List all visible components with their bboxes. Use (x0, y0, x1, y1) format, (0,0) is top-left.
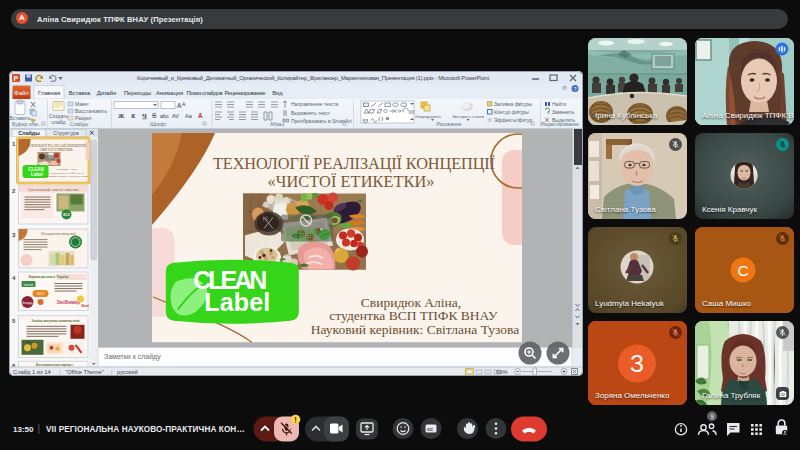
svg-text:A: A (198, 112, 203, 119)
svg-text:Заменить: Заменить (552, 109, 575, 115)
svg-text:Преобразовать в SmartArt: Преобразовать в SmartArt (291, 118, 352, 124)
svg-text:слайд: слайд (52, 119, 66, 125)
svg-text:Ж: Ж (118, 112, 125, 119)
svg-text:Дизайн: Дизайн (97, 90, 117, 96)
svg-text:ТЕХНОЛОГІЇ РЕАЛІЗАЦІЇ КОНЦЕПЦІ: ТЕХНОЛОГІЇ РЕАЛІЗАЦІЇ КОНЦЕПЦІЇ (213, 154, 495, 173)
svg-text:Эффекты фигур: Эффекты фигур (494, 117, 532, 123)
svg-text:AV: AV (172, 113, 179, 119)
svg-text:Рецензирование: Рецензирование (225, 90, 266, 96)
svg-text:Структура: Структура (53, 130, 79, 136)
svg-text:Походження концепції: Походження концепції (41, 232, 76, 236)
svg-text:ECO: ECO (63, 213, 70, 217)
svg-text:К: К (130, 112, 136, 119)
svg-text:69%: 69% (496, 369, 508, 375)
svg-text:З: З (630, 351, 644, 377)
svg-text:Файл: Файл (14, 90, 29, 96)
svg-text:Экспресс-стили: Экспресс-стили (452, 114, 485, 119)
svg-text:русский: русский (117, 369, 138, 375)
svg-text:abc: abc (160, 113, 169, 119)
svg-text:Рисование: Рисование (436, 121, 461, 127)
svg-text:Коричневый_и_Кремовый_Деликатн: Коричневый_и_Кремовый_Деликатный_Органич… (137, 75, 489, 81)
svg-text:Label: Label (204, 288, 270, 316)
svg-text:Абзац: Абзац (270, 121, 284, 127)
svg-text:Буфер обм...: Буфер обм... (12, 121, 42, 127)
svg-text:|: | (59, 369, 61, 375)
svg-text:LABEL: LABEL (286, 233, 318, 243)
svg-text:Науковий керівник: Світлана Ту: Науковий керівник: Світлана Тузова (311, 322, 519, 337)
svg-text:9: 9 (710, 413, 714, 420)
svg-text:"Office Theme": "Office Theme" (65, 369, 104, 375)
svg-text:Слайды: Слайды (18, 130, 40, 136)
svg-text:Раздел: Раздел (75, 115, 92, 121)
svg-text:МХП: МХП (37, 292, 45, 296)
svg-text:Заміна штучних компонентів: Заміна штучних компонентів (32, 319, 80, 323)
svg-text:Слайд 1 из 14: Слайд 1 из 14 (13, 369, 52, 375)
svg-text:Переходы: Переходы (124, 90, 151, 96)
svg-text:Заливка фигуры: Заливка фигуры (494, 101, 533, 107)
svg-text:нестле: нестле (24, 283, 34, 287)
svg-text:|: | (111, 369, 113, 375)
svg-text:Восстановить: Восстановить (75, 108, 107, 114)
svg-text:Слайды: Слайды (70, 121, 89, 127)
svg-text:Label: Label (31, 172, 43, 177)
svg-text:Суть концепції «чистої етикетк: Суть концепції «чистої етикетки» (28, 188, 80, 192)
svg-text:?: ? (573, 86, 576, 92)
svg-text:cc: cc (427, 426, 433, 432)
svg-text:Направление текста: Направление текста (291, 101, 339, 107)
svg-text:Ч: Ч (142, 112, 147, 119)
svg-text:Науковий керівник: Світлана Ту: Науковий керівник: Світлана Тузова (45, 175, 89, 178)
svg-text:Упорядочить: Упорядочить (415, 114, 442, 119)
svg-text:Выделить: Выделить (552, 117, 575, 123)
svg-text:Анимация: Анимация (156, 90, 183, 96)
svg-text:Выровнять текст: Выровнять текст (291, 110, 331, 116)
svg-text:P: P (14, 75, 19, 82)
svg-text:Вставка: Вставка (69, 90, 91, 96)
svg-text:Вставить: Вставить (9, 115, 31, 121)
svg-text:Богодар: Богодар (23, 301, 33, 305)
svg-text:Макет: Макет (75, 101, 90, 107)
svg-text:Контур фигуры: Контур фигуры (494, 109, 529, 115)
svg-text:Показ слайдов: Показ слайдов (187, 90, 223, 96)
svg-text:Найти: Найти (552, 101, 566, 107)
svg-text:ЭкоВимир: ЭкоВимир (57, 300, 81, 305)
svg-text:Млиб: Млиб (82, 304, 90, 308)
svg-text:Заметки к слайду: Заметки к слайду (104, 353, 161, 361)
svg-text:Впровадження в Україні: Впровадження в Україні (29, 275, 69, 279)
svg-text:Шрифт: Шрифт (150, 121, 167, 127)
svg-text:Главная: Главная (38, 90, 60, 96)
svg-text:Aa: Aa (185, 113, 193, 119)
svg-text:S: S (152, 112, 157, 119)
svg-text:«ЧИСТОЇ ЕТИКЕТКИ»: «ЧИСТОЇ ЕТИКЕТКИ» (39, 147, 74, 152)
svg-text:Вид: Вид (272, 90, 283, 96)
svg-text:«ЧИСТОЇ ЕТИКЕТКИ»: «ЧИСТОЇ ЕТИКЕТКИ» (268, 172, 435, 191)
svg-text:C: C (737, 262, 748, 279)
